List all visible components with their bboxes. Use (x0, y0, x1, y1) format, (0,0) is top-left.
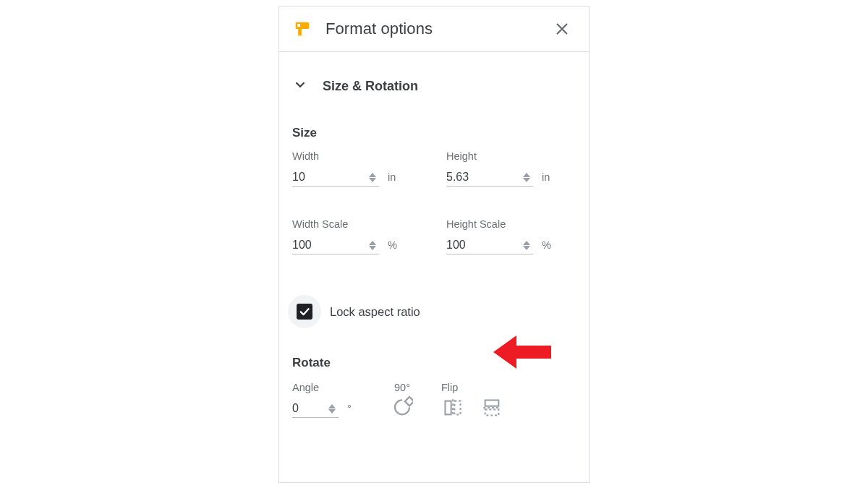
lock-aspect-ratio-checkbox[interactable] (297, 304, 312, 320)
panel-title: Format options (326, 20, 537, 38)
svg-rect-9 (514, 346, 551, 359)
width-label: Width (292, 150, 422, 162)
width-stepper[interactable] (369, 173, 379, 182)
height-stepper[interactable] (523, 173, 533, 182)
flip-vertical-button[interactable] (480, 395, 503, 420)
width-unit: in (388, 171, 404, 183)
angle-unit: ° (347, 403, 363, 414)
svg-rect-3 (446, 401, 451, 415)
svg-rect-6 (485, 401, 499, 406)
section-title: Size & Rotation (323, 79, 418, 94)
svg-rect-2 (405, 397, 413, 406)
section-body: Size Width 10 in Height (279, 126, 589, 420)
height-label: Height (446, 150, 576, 162)
width-input[interactable]: 10 (292, 168, 379, 187)
chevron-down-icon (292, 77, 308, 95)
flip-label: Flip (441, 382, 503, 393)
angle-stepper[interactable] (328, 404, 339, 414)
svg-rect-1 (297, 24, 300, 27)
angle-label: Angle (292, 382, 363, 393)
format-options-icon (292, 19, 312, 39)
ninety-label: 90° (394, 382, 410, 393)
width-scale-stepper[interactable] (369, 241, 379, 250)
svg-rect-4 (454, 401, 460, 415)
width-scale-label: Width Scale (292, 218, 422, 230)
height-scale-input[interactable]: 100 (446, 236, 533, 254)
svg-rect-0 (298, 29, 302, 35)
rotate-90-button[interactable] (388, 393, 417, 418)
size-heading: Size (292, 126, 576, 140)
size-rotation-section-toggle[interactable]: Size & Rotation (279, 52, 589, 95)
height-scale-label: Height Scale (446, 218, 576, 230)
panel-header: Format options (279, 7, 589, 52)
height-scale-stepper[interactable] (523, 241, 533, 250)
angle-input[interactable]: 0 (292, 399, 339, 418)
close-button[interactable] (550, 17, 574, 41)
flip-horizontal-button[interactable] (441, 395, 464, 420)
svg-rect-7 (485, 409, 499, 415)
height-scale-unit: % (542, 239, 558, 251)
annotation-arrow-icon (493, 335, 551, 369)
height-input[interactable]: 5.63 (446, 168, 533, 187)
width-scale-unit: % (388, 239, 404, 251)
height-unit: in (542, 171, 558, 183)
format-options-panel: Format options Size & Rotation Size Widt… (278, 6, 590, 483)
width-scale-input[interactable]: 100 (292, 236, 379, 254)
lock-aspect-ratio-label: Lock aspect ratio (330, 305, 420, 319)
